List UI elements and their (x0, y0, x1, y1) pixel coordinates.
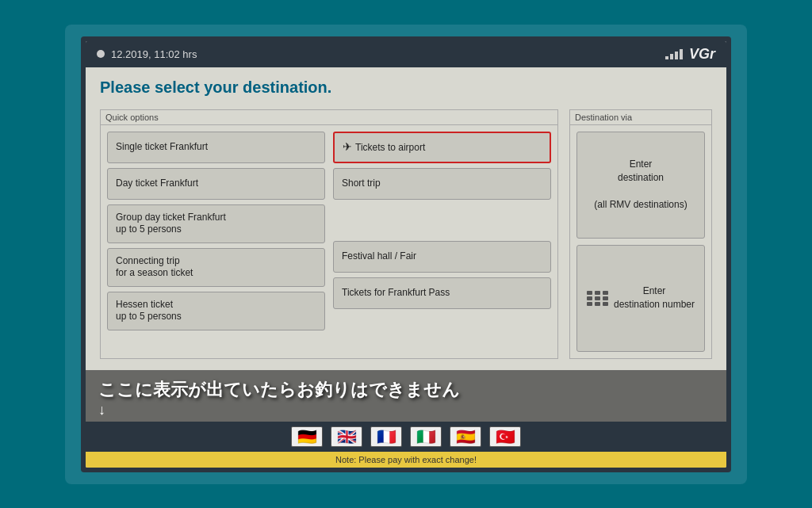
connecting-trip-button[interactable]: Connecting tripfor a season ticket (107, 248, 325, 287)
airplane-icon: ✈ (343, 140, 352, 153)
note-text: Note: Please pay with exact change! (335, 455, 477, 464)
destination-via-label: Destination via (570, 110, 711, 125)
screen-inner: 12.2019, 11:02 hrs VGr Please select you… (86, 41, 726, 468)
buttons-container: Single ticket Frankfurt Day ticket Frank… (101, 125, 557, 358)
japanese-text: ここに表示が出ていたらお釣りはできません (86, 373, 726, 402)
dot-indicator (97, 50, 105, 58)
content-area: Please select your destination. Quick op… (86, 67, 726, 370)
page-title: Please select your destination. (100, 78, 712, 97)
machine-outer: 12.2019, 11:02 hrs VGr Please select you… (65, 25, 747, 484)
flag-french-button[interactable]: 🇫🇷 (370, 426, 402, 447)
screen: 12.2019, 11:02 hrs VGr Please select you… (81, 36, 731, 472)
tickets-airport-button[interactable]: ✈Tickets to airport (333, 132, 551, 163)
note-bar: Note: Please pay with exact change! (86, 452, 726, 468)
flag-turkish-button[interactable]: 🇹🇷 (489, 426, 521, 447)
language-bar: 🇩🇪 🇬🇧 🇫🇷 🇮🇹 🇪🇸 🇹🇷 (86, 422, 726, 452)
top-bar-left: 12.2019, 11:02 hrs (97, 48, 197, 60)
top-bar-right: VGr (665, 46, 715, 63)
flag-english-button[interactable]: 🇬🇧 (331, 426, 362, 447)
hessen-ticket-button[interactable]: Hessen ticketup to 5 persons (107, 292, 325, 330)
destination-via-section: Destination via Enterdestination(all RMV… (569, 109, 712, 359)
enter-destination-button[interactable]: Enterdestination(all RMV destinations) (576, 132, 705, 239)
short-trip-button[interactable]: Short trip (333, 168, 551, 200)
datetime: 12.2019, 11:02 hrs (111, 48, 197, 60)
enter-number-label: Enterdestination number (614, 285, 695, 311)
day-frankfurt-button[interactable]: Day ticket Frankfurt (107, 168, 325, 200)
group-day-frankfurt-button[interactable]: Group day ticket Frankfurtup to 5 person… (107, 204, 325, 243)
quick-options-label: Quick options (101, 110, 557, 125)
quick-options-section: Quick options Single ticket Frankfurt Da… (100, 109, 558, 359)
enter-destination-label: Enterdestination(all RMV destinations) (594, 158, 687, 211)
destination-buttons: Enterdestination(all RMV destinations) E… (570, 125, 711, 358)
single-frankfurt-button[interactable]: Single ticket Frankfurt (107, 132, 325, 163)
left-column: Single ticket Frankfurt Day ticket Frank… (107, 132, 325, 352)
vgr-logo: VGr (689, 46, 715, 63)
flag-italian-button[interactable]: 🇮🇹 (410, 426, 442, 447)
bottom-overlay: ここに表示が出ていたらお釣りはできません ↓ (86, 370, 726, 422)
flag-german-button[interactable]: 🇩🇪 (291, 426, 323, 447)
enter-destination-number-button[interactable]: Enterdestination number (576, 245, 705, 352)
options-grid: Quick options Single ticket Frankfurt Da… (100, 109, 712, 359)
frankfurt-pass-button[interactable]: Tickets for Frankfurt Pass (333, 277, 551, 309)
keypad-icon (587, 291, 609, 306)
arrow-down: ↓ (86, 402, 726, 418)
signal-bars-icon (665, 49, 683, 59)
right-column: ✈Tickets to airport Short trip Festival … (333, 132, 551, 352)
top-bar: 12.2019, 11:02 hrs VGr (86, 41, 726, 67)
festival-hall-button[interactable]: Festival hall / Fair (333, 241, 551, 273)
flag-spanish-button[interactable]: 🇪🇸 (450, 426, 481, 447)
